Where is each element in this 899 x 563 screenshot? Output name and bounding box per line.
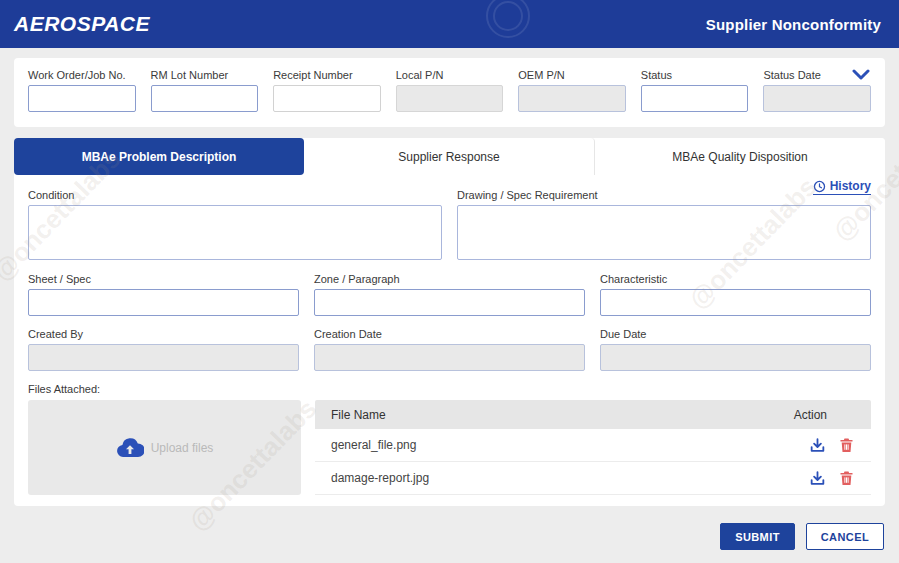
- download-file-button[interactable]: [809, 437, 826, 454]
- drawing-spec-textarea[interactable]: [457, 205, 871, 260]
- filter-fields: Work Order/Job No. RM Lot Number Receipt…: [28, 69, 871, 112]
- field-local-pn: Local P/N: [396, 69, 504, 112]
- files-section: Upload files File Name Action general_fi…: [28, 400, 871, 495]
- tab-bar: MBAe Problem Description Supplier Respon…: [14, 138, 885, 175]
- problem-description-form: History Condition Drawing / Spec Require…: [14, 175, 885, 495]
- table-row: damage-report.jpg: [315, 462, 871, 495]
- page-title: Supplier Nonconformity: [706, 16, 881, 33]
- receipt-number-input[interactable]: [273, 85, 381, 112]
- attached-files-table: File Name Action general_file.png: [315, 400, 871, 495]
- condition-textarea[interactable]: [28, 205, 442, 260]
- download-icon: [809, 470, 826, 487]
- field-label: Work Order/Job No.: [28, 69, 136, 81]
- download-icon: [809, 437, 826, 454]
- field-created-by: Created By: [28, 328, 299, 371]
- local-pn-input: [396, 85, 504, 112]
- table-row: general_file.png: [315, 429, 871, 462]
- nonconformity-detail-panel: MBAe Problem Description Supplier Respon…: [14, 138, 885, 506]
- spec-row: Sheet / Spec Zone / Paragraph Characteri…: [28, 273, 871, 316]
- field-drawing-spec: Drawing / Spec Requirement: [457, 189, 871, 260]
- status-input[interactable]: [641, 85, 749, 112]
- history-clock-icon: [813, 180, 826, 193]
- status-date-input: [763, 85, 871, 112]
- created-by-input: [28, 344, 299, 371]
- lookup-filter-panel: Work Order/Job No. RM Lot Number Receipt…: [14, 58, 885, 127]
- tab-mbae-quality-disposition[interactable]: MBAe Quality Disposition: [595, 138, 885, 175]
- row-actions: [809, 470, 855, 487]
- download-file-button[interactable]: [809, 470, 826, 487]
- app-header: AEROSPACE Supplier Nonconformity: [0, 0, 899, 48]
- trash-icon: [839, 470, 854, 486]
- field-label: Sheet / Spec: [28, 273, 299, 285]
- work-order-input[interactable]: [28, 85, 136, 112]
- file-name-column-header: File Name: [331, 408, 386, 422]
- field-label: Status: [641, 69, 749, 81]
- form-actions: SUBMIT CANCEL: [0, 523, 884, 550]
- delete-file-button[interactable]: [838, 470, 855, 487]
- sheet-spec-input[interactable]: [28, 289, 299, 316]
- field-oem-pn: OEM P/N: [518, 69, 626, 112]
- tab-mbae-problem-description[interactable]: MBAe Problem Description: [14, 138, 304, 175]
- history-link[interactable]: History: [813, 179, 871, 195]
- trash-icon: [839, 437, 854, 453]
- collapse-panel-button[interactable]: [851, 68, 871, 84]
- field-label: RM Lot Number: [151, 69, 259, 81]
- field-condition: Condition: [28, 189, 442, 260]
- due-date-input: [600, 344, 871, 371]
- app-logo: AEROSPACE: [14, 12, 150, 36]
- field-label: Due Date: [600, 328, 871, 340]
- field-creation-date: Creation Date: [314, 328, 585, 371]
- field-due-date: Due Date: [600, 328, 871, 371]
- field-label: OEM P/N: [518, 69, 626, 81]
- chevron-down-icon: [852, 69, 870, 81]
- cloud-upload-icon: [116, 437, 144, 458]
- field-sheet-spec: Sheet / Spec: [28, 273, 299, 316]
- tab-supplier-response[interactable]: Supplier Response: [304, 138, 595, 175]
- field-label: Zone / Paragraph: [314, 273, 585, 285]
- rm-lot-number-input[interactable]: [151, 85, 259, 112]
- submit-button[interactable]: SUBMIT: [720, 523, 795, 550]
- field-label: Receipt Number: [273, 69, 381, 81]
- field-rm-lot: RM Lot Number: [151, 69, 259, 112]
- row-actions: [809, 437, 855, 454]
- field-label: Drawing / Spec Requirement: [457, 189, 871, 201]
- field-label: Creation Date: [314, 328, 585, 340]
- field-status: Status: [641, 69, 749, 112]
- delete-file-button[interactable]: [838, 437, 855, 454]
- field-label: Local P/N: [396, 69, 504, 81]
- history-label: History: [830, 179, 871, 193]
- cancel-button[interactable]: CANCEL: [806, 523, 884, 550]
- field-label: Characteristic: [600, 273, 871, 285]
- field-characteristic: Characteristic: [600, 273, 871, 316]
- oem-pn-input: [518, 85, 626, 112]
- file-table-header: File Name Action: [315, 400, 871, 429]
- field-receipt-number: Receipt Number: [273, 69, 381, 112]
- action-column-header: Action: [794, 408, 827, 422]
- characteristic-input[interactable]: [600, 289, 871, 316]
- zone-paragraph-input[interactable]: [314, 289, 585, 316]
- file-name: general_file.png: [331, 438, 416, 452]
- field-zone-paragraph: Zone / Paragraph: [314, 273, 585, 316]
- upload-dropzone[interactable]: Upload files: [28, 400, 301, 495]
- field-label: Condition: [28, 189, 442, 201]
- description-row: Condition Drawing / Spec Requirement: [28, 189, 871, 260]
- creation-date-input: [314, 344, 585, 371]
- file-name: damage-report.jpg: [331, 471, 429, 485]
- field-label: Created By: [28, 328, 299, 340]
- emblem-watermark-icon: [486, 0, 530, 38]
- meta-row: Created By Creation Date Due Date: [28, 328, 871, 371]
- files-attached-label: Files Attached:: [28, 383, 871, 395]
- upload-files-label: Upload files: [151, 441, 214, 455]
- field-work-order: Work Order/Job No.: [28, 69, 136, 112]
